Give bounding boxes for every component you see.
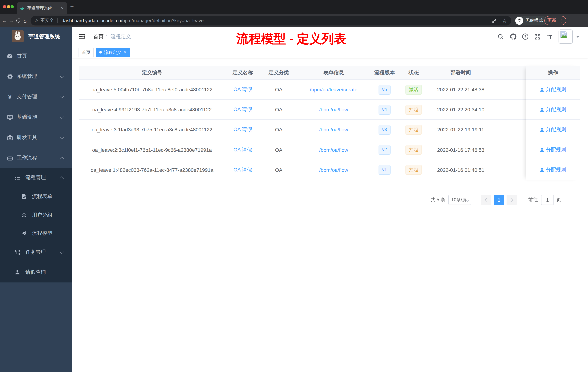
incognito-badge: 无痕模式: [514, 16, 547, 25]
active-dot-icon: [99, 51, 102, 54]
window-close-button[interactable]: [3, 5, 6, 8]
table-row: oa_leave:3:1fad3d93-7b75-11ec-a3c8-acde4…: [79, 120, 580, 140]
tag-process-definition[interactable]: 流程定义 ×: [96, 47, 130, 57]
github-icon[interactable]: [508, 27, 518, 46]
current-page-button[interactable]: 1: [494, 195, 504, 205]
window-minimize-button[interactable]: [7, 5, 10, 8]
pagination-total: 共 5 条: [430, 195, 445, 205]
definition-name-link[interactable]: OA 请假: [233, 107, 252, 112]
goto-page-input[interactable]: [541, 195, 554, 205]
deploy-time-cell: 2022-01-22 19:19:11: [428, 120, 493, 140]
logo: 芋道管理系统: [0, 27, 72, 46]
app-title: 芋道管理系统: [28, 27, 60, 46]
browser-tab-strip: 芋道管理系统 × +: [0, 0, 588, 14]
form-info-link[interactable]: /bpm/oa/flow: [319, 147, 348, 153]
sidebar-item-payment[interactable]: ¥ 支付管理: [0, 87, 72, 107]
definition-name-cell: OA 请假: [225, 140, 260, 160]
dashboard-icon: [7, 53, 13, 59]
goto-label: 前往: [528, 195, 538, 205]
definition-name-link[interactable]: OA 请假: [233, 86, 252, 92]
sidebar-item-label: 流程表单: [32, 193, 52, 200]
tag-home[interactable]: 首页: [79, 47, 94, 57]
window-zoom-button[interactable]: [10, 5, 14, 8]
form-icon: [21, 194, 27, 199]
sidebar-item-system[interactable]: 系统管理: [0, 66, 72, 87]
monitor-icon: [7, 114, 13, 120]
tree-icon: [14, 249, 21, 255]
sidebar-item-infrastructure[interactable]: 基础设施: [0, 107, 72, 127]
form-info-link[interactable]: /bpm/oa/flow: [319, 167, 348, 173]
page-size-value: 10条/页: [451, 197, 467, 203]
form-info-cell: /bpm/oa/leave/create: [297, 79, 370, 99]
new-tab-button[interactable]: +: [70, 3, 74, 10]
definition-name-link[interactable]: OA 请假: [233, 127, 252, 132]
briefcase-icon: [7, 155, 13, 161]
sidebar-item-process-model[interactable]: 流程模型: [0, 224, 72, 242]
sidebar-item-home[interactable]: 首页: [0, 46, 72, 66]
page-unit-label: 页: [556, 195, 561, 205]
reload-icon: [15, 18, 21, 23]
avatar-caret-icon[interactable]: [576, 36, 580, 38]
assign-rule-link[interactable]: 分配规则: [540, 127, 566, 133]
sidebar-item-label: 请假查询: [25, 269, 46, 275]
sidebar-item-user-groups[interactable]: 用户分组: [0, 206, 72, 224]
sidebar-item-label: 首页: [17, 53, 27, 59]
search-icon[interactable]: [496, 27, 505, 46]
update-button[interactable]: 更新 ⋮: [544, 16, 566, 25]
browser-tab[interactable]: 芋道管理系统 ×: [17, 2, 67, 14]
browser-menu-icon[interactable]: ⋮: [559, 18, 563, 23]
sidebar-item-workflow[interactable]: 工作流程: [0, 148, 72, 168]
url-divider: [58, 18, 58, 23]
definition-category-cell: OA: [260, 140, 297, 160]
avatar[interactable]: [558, 30, 573, 44]
tag-close-icon[interactable]: ×: [124, 50, 126, 55]
font-size-icon[interactable]: TT: [545, 27, 554, 46]
sidebar-item-task-management[interactable]: 任务管理: [0, 242, 72, 262]
form-info-link[interactable]: /bpm/oa/leave/create: [310, 87, 357, 92]
chevron-down-icon: [60, 135, 64, 139]
tags-bar: 首页 流程定义 ×: [72, 46, 588, 58]
tab-close-icon[interactable]: ×: [60, 5, 64, 11]
sidebar-item-process-management[interactable]: 流程管理: [0, 168, 72, 187]
definition-name-cell: OA 请假: [225, 99, 260, 120]
broken-image-icon: [560, 31, 568, 39]
next-page-button[interactable]: [506, 195, 517, 205]
bookmark-star-icon[interactable]: ☆: [502, 17, 507, 24]
assign-rule-link[interactable]: 分配规则: [540, 107, 566, 113]
version-badge: v4: [378, 105, 390, 115]
breadcrumb-home[interactable]: 首页: [94, 27, 104, 46]
sidebar-item-leave-query[interactable]: 请假查询: [0, 262, 72, 283]
fullscreen-icon[interactable]: [533, 27, 542, 46]
help-icon[interactable]: ?: [520, 27, 530, 46]
sidebar-item-label: 系统管理: [17, 73, 37, 80]
form-info-link[interactable]: /bpm/oa/flow: [319, 127, 348, 133]
sidebar-item-devtools[interactable]: 研发工具: [0, 127, 72, 148]
definition-name-link[interactable]: OA 请假: [233, 167, 252, 173]
breadcrumb-separator: /: [105, 27, 107, 46]
process-version-cell: v3: [370, 120, 399, 140]
process-version-cell: v5: [370, 79, 399, 99]
definition-id-cell: oa_leave:2:3c1f0ef1-76b1-11ec-9c66-a2380…: [79, 140, 225, 160]
home-button[interactable]: ⌂: [21, 14, 29, 27]
form-info-link[interactable]: /bpm/oa/flow: [319, 107, 348, 113]
assign-rule-link[interactable]: 分配规则: [540, 86, 566, 93]
prev-page-button[interactable]: [481, 195, 491, 205]
reload-button[interactable]: [15, 14, 22, 27]
security-warning-label[interactable]: 不安全: [40, 17, 54, 24]
update-label: 更新: [547, 17, 556, 24]
url-bar[interactable]: ⚠ 不安全 dashboard.yudao.iocoder.cn/bpm/man…: [31, 16, 511, 25]
chevron-down-icon: [60, 94, 64, 98]
incognito-icon: [515, 17, 523, 25]
assign-rule-link[interactable]: 分配规则: [540, 167, 566, 173]
back-button[interactable]: ←: [1, 14, 8, 27]
send-icon: [21, 230, 27, 236]
password-key-icon[interactable]: [491, 18, 497, 23]
sidebar-toggle-hamburger-icon[interactable]: [78, 33, 86, 40]
sidebar-item-process-form[interactable]: 流程表单: [0, 187, 72, 206]
assign-rule-link[interactable]: 分配规则: [540, 146, 566, 153]
definition-name-link[interactable]: OA 请假: [233, 146, 252, 152]
col-process-version: 流程版本: [370, 66, 399, 79]
forward-button[interactable]: →: [8, 14, 15, 27]
definition-category-cell: OA: [260, 79, 297, 99]
page-size-select[interactable]: 10条/页: [448, 195, 471, 205]
